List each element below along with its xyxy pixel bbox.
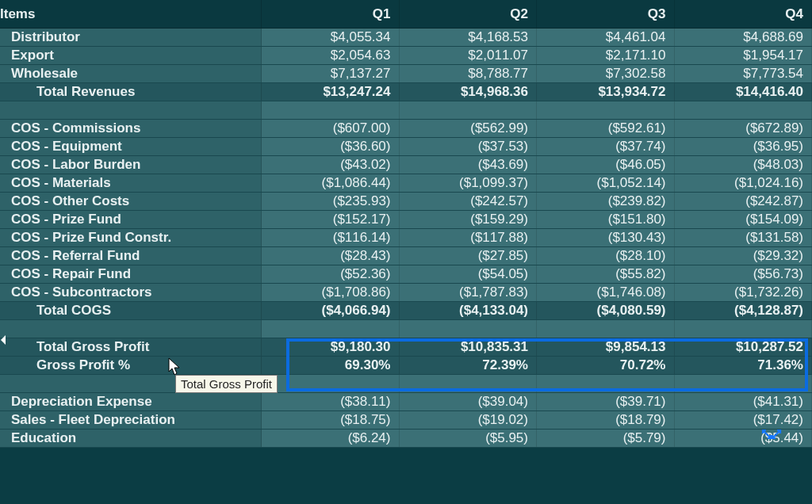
expense-q3: ($5.79) (537, 430, 675, 447)
cogs-q3: ($1,746.08) (537, 284, 675, 301)
expense-q3: ($18.79) (537, 411, 675, 429)
cogs-row[interactable]: COS - Equipment($36.60)($37.53)($37.74)(… (0, 138, 812, 156)
cogs-label: COS - Prize Fund Constr. (0, 229, 262, 246)
total-cogs-row[interactable]: Total COGS ($4,066.94) ($4,133.04) ($4,0… (0, 302, 812, 320)
spacer-row (0, 101, 812, 120)
gross-pct-q2: 72.39% (400, 357, 538, 374)
cogs-q3: ($1,052.14) (537, 174, 675, 192)
expense-q4: ($41.31) (675, 393, 813, 410)
cogs-row[interactable]: COS - Other Costs($235.93)($242.57)($239… (0, 193, 812, 211)
gross-profit-q2: $10,835.31 (400, 338, 538, 356)
col-header-q3[interactable]: Q3 (537, 0, 675, 28)
cogs-label: COS - Repair Fund (0, 265, 262, 283)
cogs-q1: ($52.36) (262, 265, 400, 283)
revenue-q1: $4,055.34 (262, 29, 400, 46)
cogs-q3: ($151.80) (537, 211, 675, 228)
cogs-q2: ($43.69) (400, 156, 538, 174)
total-cogs-q4: ($4,128.87) (675, 302, 813, 319)
cogs-q1: ($1,086.44) (262, 174, 400, 192)
cogs-row[interactable]: COS - Prize Fund Constr.($116.14)($117.8… (0, 229, 812, 247)
cogs-q3: ($239.82) (537, 193, 675, 210)
cogs-q3: ($28.10) (537, 247, 675, 265)
cogs-q4: ($36.95) (675, 138, 813, 155)
cogs-q4: ($154.09) (675, 211, 813, 228)
revenue-q2: $2,011.07 (400, 47, 538, 64)
cogs-q1: ($152.17) (262, 211, 400, 228)
cogs-label: COS - Prize Fund (0, 211, 262, 228)
cogs-q2: ($159.29) (400, 211, 538, 228)
cogs-q1: ($1,708.86) (262, 284, 400, 301)
expense-label: Sales - Fleet Depreciation (0, 411, 262, 429)
cogs-q2: ($54.05) (400, 265, 538, 283)
expense-row[interactable]: Depreciation Expense($38.11)($39.04)($39… (0, 393, 812, 411)
cogs-q3: ($55.82) (537, 265, 675, 283)
cogs-q1: ($36.60) (262, 138, 400, 155)
gross-pct-q3: 70.72% (537, 357, 675, 374)
cogs-q4: ($131.58) (675, 229, 813, 246)
expense-row[interactable]: Sales - Fleet Depreciation($18.75)($19.0… (0, 411, 812, 430)
revenue-q1: $7,137.27 (262, 65, 400, 82)
revenue-row[interactable]: Export$2,054.63$2,011.07$2,171.10$1,954.… (0, 47, 812, 65)
cogs-q1: ($235.93) (262, 193, 400, 210)
cogs-row[interactable]: COS - Referral Fund($28.43)($27.85)($28.… (0, 247, 812, 265)
cogs-q2: ($27.85) (400, 247, 538, 265)
gross-profit-pct-label: Gross Profit % (0, 357, 262, 374)
total-revenues-label: Total Revenues (0, 83, 262, 101)
cogs-q4: ($1,732.26) (675, 284, 813, 301)
expense-row[interactable]: Education($6.24)($5.95)($5.79)($5.44) (0, 430, 812, 448)
cogs-q2: ($117.88) (400, 229, 538, 246)
cogs-q4: ($29.32) (675, 247, 813, 265)
col-header-q4[interactable]: Q4 (675, 0, 813, 28)
revenue-label: Wholesale (0, 65, 262, 82)
cogs-q1: ($116.14) (262, 229, 400, 246)
cogs-q2: ($37.53) (400, 138, 538, 155)
total-revenues-row[interactable]: Total Revenues $13,247.24 $14,968.36 $13… (0, 83, 812, 101)
cogs-q2: ($562.99) (400, 120, 538, 137)
col-header-q1[interactable]: Q1 (262, 0, 400, 28)
revenue-q4: $1,954.17 (675, 47, 813, 64)
cogs-label: COS - Subcontractors (0, 284, 262, 301)
revenue-q3: $2,171.10 (537, 47, 675, 64)
expense-q1: ($6.24) (262, 430, 400, 447)
col-header-items[interactable]: Items (0, 0, 262, 28)
cogs-row[interactable]: COS - Materials($1,086.44)($1,099.37)($1… (0, 174, 812, 193)
revenue-label: Distributor (0, 29, 262, 46)
total-cogs-q2: ($4,133.04) (400, 302, 538, 319)
expense-label: Depreciation Expense (0, 393, 262, 410)
cogs-row[interactable]: COS - Repair Fund($52.36)($54.05)($55.82… (0, 265, 812, 284)
revenue-q3: $4,461.04 (537, 29, 675, 46)
gross-pct-q4: 71.36% (675, 357, 813, 374)
cogs-label: COS - Labor Burden (0, 156, 262, 174)
revenue-row[interactable]: Distributor$4,055.34$4,168.53$4,461.04$4… (0, 29, 812, 47)
revenue-row[interactable]: Wholesale$7,137.27$8,788.77$7,302.58$7,7… (0, 65, 812, 83)
cogs-row[interactable]: COS - Commissions($607.00)($562.99)($592… (0, 120, 812, 138)
cogs-q4: ($48.03) (675, 156, 813, 174)
cogs-row[interactable]: COS - Subcontractors($1,708.86)($1,787.8… (0, 284, 812, 302)
expense-q1: ($18.75) (262, 411, 400, 429)
revenue-q4: $7,773.54 (675, 65, 813, 82)
col-header-q2[interactable]: Q2 (400, 0, 538, 28)
cogs-q4: ($242.87) (675, 193, 813, 210)
expense-q4: ($5.44) (675, 430, 813, 447)
cogs-q3: ($592.61) (537, 120, 675, 137)
cogs-row[interactable]: COS - Labor Burden($43.02)($43.69)($46.0… (0, 156, 812, 174)
cogs-q1: ($607.00) (262, 120, 400, 137)
expense-q2: ($19.02) (400, 411, 538, 429)
cogs-row[interactable]: COS - Prize Fund($152.17)($159.29)($151.… (0, 211, 812, 229)
gross-profit-pct-row[interactable]: Gross Profit % 69.30% 72.39% 70.72% 71.3… (0, 357, 812, 375)
cogs-q3: ($130.43) (537, 229, 675, 246)
total-revenues-q3: $13,934.72 (537, 83, 675, 101)
total-cogs-q3: ($4,080.59) (537, 302, 675, 319)
gross-pct-q1: 69.30% (262, 357, 400, 374)
spacer-row (0, 320, 812, 338)
table-header-row: Items Q1 Q2 Q3 Q4 (0, 0, 812, 29)
total-revenues-q1: $13,247.24 (262, 83, 400, 101)
gross-profit-q1: $9,180.30 (262, 338, 400, 356)
expense-q2: ($5.95) (400, 430, 538, 447)
financial-table[interactable]: Items Q1 Q2 Q3 Q4 Distributor$4,055.34$4… (0, 0, 812, 448)
total-gross-profit-row[interactable]: Total Gross Profit $9,180.30 $10,835.31 … (0, 338, 812, 357)
expense-q2: ($39.04) (400, 393, 538, 410)
total-cogs-label: Total COGS (0, 302, 262, 319)
cogs-q3: ($46.05) (537, 156, 675, 174)
expense-q1: ($38.11) (262, 393, 400, 410)
